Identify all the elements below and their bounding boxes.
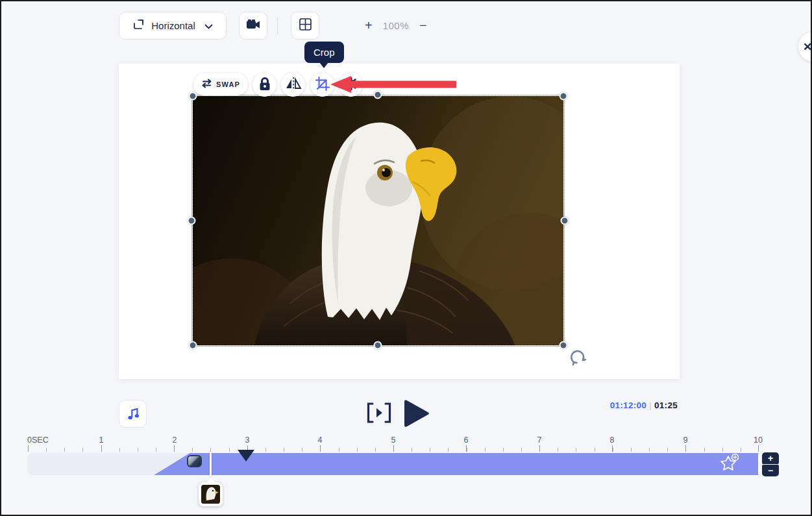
play-button[interactable] (402, 398, 430, 432)
canvas-zoom-controls: + 100% − (365, 18, 427, 32)
resize-handle-bottom-middle[interactable] (374, 341, 382, 350)
add-music-button[interactable] (119, 400, 147, 428)
play-segment-icon (365, 415, 393, 426)
play-segment-button[interactable] (365, 401, 393, 427)
aspect-ratio-dropdown[interactable]: Horizontal (119, 12, 227, 40)
crop-icon (315, 76, 330, 94)
ruler-label-4: 4 (307, 436, 333, 445)
flip-horizontal-icon (285, 77, 302, 93)
flip-button[interactable] (281, 73, 305, 97)
timeline-marker[interactable] (238, 450, 254, 461)
ruler-major-tick (539, 445, 540, 452)
ruler-major-tick (612, 445, 613, 452)
rotate-handle-icon[interactable] (569, 349, 587, 367)
clip-thumbnail[interactable] (199, 482, 223, 506)
ruler-label-3: 3 (234, 436, 260, 445)
crop-button[interactable] (310, 73, 334, 97)
timeline-zoom-in-button[interactable]: + (762, 452, 779, 464)
time-separator: | (646, 400, 654, 410)
resize-handle-bottom-left[interactable] (189, 341, 197, 350)
lock-button[interactable] (252, 73, 277, 97)
layout-grid-button[interactable] (291, 12, 319, 40)
resize-handle-bottom-right[interactable] (560, 341, 568, 350)
aspect-ratio-label: Horizontal (151, 20, 195, 31)
ruler-major-tick (320, 445, 321, 452)
swap-arrows-icon (201, 79, 212, 91)
time-display: 01:12:00|01:25 (572, 400, 678, 410)
collapse-panel-icon: ✕ (803, 40, 812, 54)
ruler-label-0: 0SEC (27, 436, 57, 445)
ruler-label-10: 10 (745, 436, 771, 445)
crop-tooltip-label: Crop (314, 47, 335, 58)
total-duration: 01:25 (654, 400, 678, 410)
record-video-button[interactable] (239, 12, 267, 40)
ruler-label-7: 7 (526, 436, 552, 445)
timeline-zoom-out-button[interactable]: − (762, 465, 779, 476)
chevron-down-icon (204, 20, 213, 32)
ruler-major-tick (685, 445, 686, 452)
resize-handle-right-middle[interactable] (561, 217, 569, 225)
play-icon (402, 420, 430, 431)
resize-handle-top-left[interactable] (189, 92, 197, 101)
ruler-major-tick (101, 445, 102, 452)
zoom-in-button[interactable]: + (365, 18, 373, 32)
ruler-major-tick (758, 445, 759, 452)
ruler-label-2: 2 (162, 436, 188, 445)
aspect-ratio-icon (132, 19, 145, 32)
ruler-major-tick (466, 445, 467, 452)
resize-handle-left-middle[interactable] (188, 217, 196, 225)
toolbar-divider (277, 18, 278, 34)
transition-chip-icon[interactable] (187, 455, 202, 467)
clip-end-handle[interactable] (758, 453, 759, 475)
current-time: 01:12:00 (610, 400, 646, 410)
video-canvas[interactable] (119, 64, 680, 379)
timeline-playhead[interactable] (210, 452, 212, 476)
swap-button[interactable]: SWAP (193, 73, 248, 95)
resize-handle-top-middle[interactable] (374, 91, 382, 99)
music-note-icon (126, 406, 140, 423)
ruler-label-1: 1 (88, 436, 114, 445)
settings-button[interactable] (339, 73, 363, 97)
ruler-major-tick (174, 445, 175, 452)
ruler-label-8: 8 (599, 436, 625, 445)
ruler-label-5: 5 (380, 436, 406, 445)
video-camera-icon (246, 19, 260, 33)
zoom-level-value: 100% (383, 20, 409, 31)
ruler-label-9: 9 (672, 436, 698, 445)
ruler-label-6: 6 (453, 436, 479, 445)
add-favorite-star-icon[interactable] (719, 453, 740, 473)
resize-handle-top-right[interactable] (560, 92, 568, 101)
zoom-out-button[interactable]: − (419, 18, 427, 32)
lock-icon (258, 77, 271, 93)
layout-grid-icon (299, 18, 312, 34)
crop-tooltip: Crop (304, 42, 344, 63)
ruler-major-tick (28, 445, 29, 452)
timeline-clip[interactable] (27, 453, 759, 475)
app-window: Horizontal + 100% − ✕ Crop (0, 0, 812, 516)
swap-button-label: SWAP (216, 80, 240, 88)
timeline-zoom-controls: + − (762, 452, 779, 476)
selected-media-image[interactable] (193, 96, 563, 345)
side-panel-toggle-button[interactable]: ✕ (798, 32, 812, 62)
timeline-track[interactable] (27, 453, 759, 475)
ruler-major-tick (393, 445, 394, 452)
settings-gear-icon (344, 77, 358, 93)
